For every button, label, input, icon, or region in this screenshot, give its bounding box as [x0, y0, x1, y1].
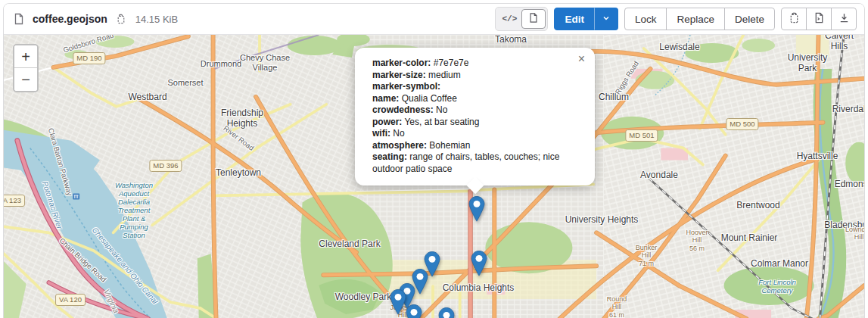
- view-rendered-button[interactable]: [521, 9, 546, 29]
- zoom-in-button[interactable]: +: [14, 45, 37, 68]
- popup-field-key: seating:: [372, 151, 407, 162]
- popup-field: power: Yes, at bar seating: [372, 117, 580, 129]
- popup-field: wifi: No: [372, 128, 580, 140]
- map-marker[interactable]: [438, 307, 455, 318]
- edit-dropdown-button[interactable]: [594, 8, 618, 30]
- open-raw-button[interactable]: [806, 8, 832, 30]
- popup-close-icon[interactable]: ×: [577, 51, 586, 67]
- popup-field-key: power:: [372, 117, 402, 127]
- map-marker[interactable]: [468, 196, 485, 225]
- popup-field-key: atmosphere:: [372, 140, 427, 151]
- popup-field: marker-symbol:: [372, 81, 580, 93]
- file-actions-group: Lock Replace Delete: [624, 8, 775, 30]
- file-header: coffee.geojson 14.15 KiB </>: [4, 4, 864, 35]
- copy-path-icon[interactable]: [114, 12, 128, 26]
- zoom-out-button[interactable]: −: [14, 68, 37, 91]
- lock-button[interactable]: Lock: [624, 8, 667, 30]
- map-marker[interactable]: [390, 289, 406, 318]
- edit-button[interactable]: Edit: [554, 8, 595, 30]
- popup-field-key: crowdedness:: [372, 104, 434, 115]
- document-icon: [528, 12, 539, 26]
- view-toggle: </>: [495, 7, 548, 31]
- feature-popup: × marker-color: #7e7e7emarker-size: medi…: [355, 48, 595, 186]
- popup-field: name: Qualia Coffee: [372, 93, 580, 105]
- edit-split-button: Edit: [554, 8, 618, 30]
- replace-button[interactable]: Replace: [666, 8, 725, 30]
- map-marker[interactable]: [406, 304, 422, 318]
- popup-field-key: name:: [372, 93, 399, 104]
- popup-fields: marker-color: #7e7e7emarker-size: medium…: [372, 58, 580, 175]
- map[interactable]: TakomaLewisdaleCalvert HillsUniversity P…: [4, 35, 864, 318]
- museum-poi-icon: [73, 193, 79, 199]
- delete-button[interactable]: Delete: [724, 8, 775, 30]
- file-icon: [11, 11, 26, 26]
- map-zoom-control: + −: [13, 44, 39, 92]
- popup-field: atmosphere: Bohemian: [372, 140, 580, 152]
- popup-field-key: marker-symbol:: [372, 81, 440, 92]
- file-name: coffee.geojson: [33, 13, 107, 25]
- copy-contents-button[interactable]: [781, 8, 807, 30]
- popup-field-key: marker-color:: [372, 58, 431, 68]
- popup-field-key: wifi:: [372, 128, 390, 139]
- view-source-button[interactable]: </>: [497, 9, 521, 29]
- file-card: coffee.geojson 14.15 KiB </>: [3, 3, 865, 318]
- raw-file-icon: [814, 12, 825, 26]
- popup-field: marker-size: medium: [372, 70, 580, 82]
- file-size: 14.15 KiB: [135, 14, 178, 25]
- file-utility-group: [781, 8, 857, 30]
- popup-field-key: marker-size:: [372, 70, 426, 80]
- code-icon: </>: [502, 14, 518, 23]
- download-icon: [838, 12, 850, 26]
- map-marker[interactable]: [471, 251, 487, 279]
- chevron-down-icon: [602, 14, 611, 25]
- popup-field: seating: range of chairs, tables, couche…: [372, 151, 580, 175]
- popup-field: crowdedness: No: [372, 104, 580, 117]
- popup-field: marker-color: #7e7e7e: [372, 58, 580, 70]
- download-button[interactable]: [831, 8, 857, 30]
- clipboard-copy-icon: [789, 12, 800, 26]
